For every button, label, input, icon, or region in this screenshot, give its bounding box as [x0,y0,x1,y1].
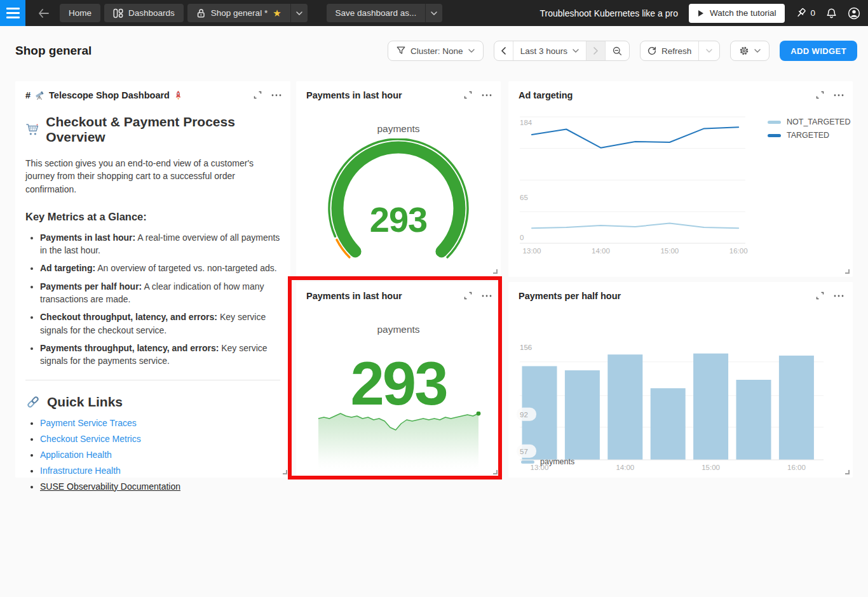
refresh-group: Refresh [640,41,720,61]
link-payment-service-traces[interactable]: Payment Service Traces [40,418,137,428]
metric-label: payments [296,123,501,135]
tab-shop-general-menu[interactable] [290,4,308,22]
ad-targeting-widget: Ad targeting 18465013:0014:0015:0016:00 … [508,81,853,277]
link-suse-observability-documentation[interactable]: SUSE Observability Documentation [40,481,180,492]
payments-bar-legend: payments [521,457,574,466]
svg-text:16:00: 16:00 [729,247,748,255]
cluster-filter-button[interactable]: Cluster: None [388,41,484,61]
widget-menu-button[interactable] [834,295,844,297]
watch-tutorial-button[interactable]: Watch the tutorial [689,4,785,23]
legend-label: NOT_TARGETED [787,117,850,126]
svg-text:16:00: 16:00 [787,464,806,471]
expand-widget-button[interactable] [816,91,824,99]
legend-item-payments[interactable]: payments [521,457,574,466]
link-infrastructure-health[interactable]: Infrastructure Health [40,466,121,476]
tab-shop-general-label: Shop general * [211,8,268,18]
widget-menu-button[interactable] [271,94,281,97]
resize-handle[interactable] [845,269,850,274]
widget-menu-button[interactable] [482,295,492,297]
dashboards-icon [113,8,123,18]
expand-widget-button[interactable] [254,91,262,99]
expand-widget-button[interactable] [816,292,824,300]
cluster-filter-label: Cluster: None [410,46,463,56]
payments-number-widget: Payments in last hour payments 293 [296,282,501,478]
add-widget-button[interactable]: ADD WIDGET [780,41,857,61]
star-icon[interactable]: ★ [273,8,281,18]
payments-bar-chart: 156925713:0014:0015:0016:00 [508,307,853,478]
resize-handle[interactable] [845,470,850,474]
legend-label: TARGETED [787,131,829,140]
legend-label: payments [540,457,574,466]
notifications-button[interactable] [826,8,837,19]
metric-label: payments [296,324,501,335]
chevron-down-icon [431,11,437,15]
payments-count-value: 293 [296,353,501,414]
payments-per-half-hour-widget: Payments per half hour 156925713:0014:00… [508,282,853,478]
list-item: Payments throughput, latency, and errors… [40,342,280,368]
metrics-list: Payments in last hour: A real-time overv… [25,231,280,368]
list-item: Application Health [40,450,280,460]
legend-item-targeted[interactable]: TARGETED [768,131,850,140]
ellipsis-menu-icon [482,295,492,297]
bell-icon [826,8,837,19]
tab-home[interactable]: Home [60,4,100,22]
markdown-body: Checkout & Payment Process Overview This… [15,114,290,492]
ellipsis-menu-icon [834,94,844,97]
dashboard-controls: Cluster: None Last 3 hours Refresh [388,41,857,61]
legend-swatch [521,460,534,464]
tab-dashboards-label: Dashboards [128,8,175,18]
svg-text:14:00: 14:00 [592,247,610,255]
legend-item-not_targeted[interactable]: NOT_TARGETED [768,117,850,126]
list-item: Payment Service Traces [40,418,280,428]
refresh-menu-button[interactable] [698,41,719,60]
time-range-label: Last 3 hours [520,46,567,56]
time-forward-button[interactable] [586,41,605,60]
hamburger-icon [6,8,20,10]
link-application-health[interactable]: Application Health [40,450,112,460]
resize-handle[interactable] [283,470,287,474]
time-back-button[interactable] [494,41,513,60]
svg-text:184: 184 [520,119,532,126]
pin-count: 0 [810,8,815,18]
svg-text:14:00: 14:00 [616,464,634,471]
watch-tutorial-label: Watch the tutorial [710,8,776,18]
markdown-intro: This section gives you an end-to-end vie… [25,157,280,196]
user-avatar[interactable] [848,7,860,20]
save-dashboard-as-button[interactable]: Save dashboard as... [327,4,426,22]
quick-links-heading: Quick Links [25,394,280,410]
list-item: SUSE Observability Documentation [40,481,280,492]
settings-button[interactable] [730,41,770,61]
svg-text:57: 57 [520,448,528,455]
resize-handle[interactable] [493,470,498,474]
chevron-left-icon [501,47,506,55]
resize-handle[interactable] [493,269,498,274]
expand-widget-button[interactable] [464,91,472,99]
widget-menu-button[interactable] [834,94,844,97]
tab-shop-general[interactable]: Shop general * ★ [187,4,290,22]
tab-dashboards[interactable]: Dashboards [104,4,184,22]
markdown-title-text: Telescope Shop Dashboard [49,90,170,100]
back-button[interactable] [34,4,53,23]
widget-header: Payments in last hour [296,81,501,100]
link-emoji [25,395,41,409]
link-checkout-service-metrics[interactable]: Checkout Service Metrics [40,434,141,444]
list-item: Checkout Service Metrics [40,434,280,444]
widget-menu-button[interactable] [482,94,492,97]
widget-title: Payments per half hour [519,291,621,301]
zoom-out-button[interactable] [605,41,629,60]
expand-widget-button[interactable] [464,292,472,300]
svg-text:15:00: 15:00 [702,464,720,471]
pin-button[interactable]: 0 [796,8,815,18]
save-dashboard-menu-button[interactable] [425,4,442,22]
time-range-button[interactable]: Last 3 hours [513,41,586,60]
markdown-widget: # Telescope Shop Dashboard Checkout & Pa… [15,81,290,478]
ellipsis-menu-icon [834,295,844,297]
widget-header: # Telescope Shop Dashboard [15,81,290,100]
menu-button[interactable] [0,0,25,26]
refresh-button[interactable]: Refresh [641,41,698,60]
svg-text:65: 65 [520,194,528,201]
page-title: Shop general [15,44,92,58]
list-item: Payments per half hour: A clear indicati… [40,280,280,306]
ellipsis-menu-icon [271,94,281,97]
widget-title: Ad targeting [519,90,573,100]
